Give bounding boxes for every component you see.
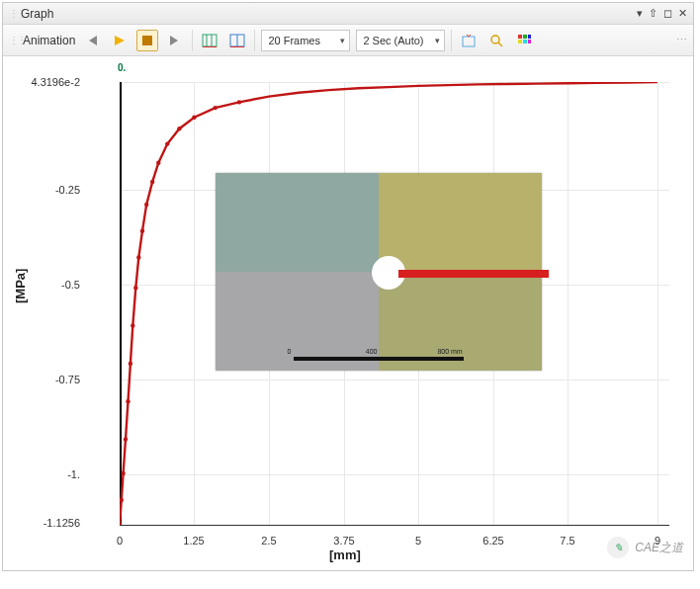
svg-rect-11: [518, 35, 522, 39]
svg-rect-15: [523, 40, 527, 43]
watermark: ✎ CAE之道: [607, 537, 683, 558]
time-select[interactable]: 2 Sec (Auto): [356, 30, 445, 51]
animation-toolbar: ⋮⋮ Animation 20 Frames 2 Sec (Auto) ⋯: [3, 25, 693, 56]
svg-point-20: [124, 437, 128, 441]
svg-point-29: [156, 161, 160, 165]
scale-bar: [294, 357, 464, 361]
panel-title: Graph: [21, 7, 53, 21]
svg-line-10: [498, 42, 502, 46]
x-axis: [120, 525, 669, 526]
animation-label: Animation: [23, 34, 75, 47]
scale-tick: 800 mm: [437, 348, 462, 355]
stop-button[interactable]: [136, 30, 158, 51]
series-legend-0: 0.: [118, 62, 126, 73]
scale-tick: 400: [366, 348, 378, 355]
xtick: 6.25: [474, 535, 513, 547]
xtick: 1.25: [174, 535, 214, 547]
xtick: 7.5: [548, 535, 587, 547]
panel-menu-dropdown[interactable]: ▾: [637, 7, 643, 20]
svg-rect-0: [142, 36, 152, 45]
crack-feature: [398, 270, 549, 278]
xtick: 5: [398, 535, 438, 547]
svg-point-26: [140, 229, 144, 233]
model-inset: 0 400 800 mm: [216, 173, 542, 371]
ytick: -0.25: [21, 184, 80, 196]
xtick: 3.75: [324, 535, 364, 547]
svg-point-21: [126, 399, 130, 403]
graph-panel: ⋮⋮ Graph ▾ ⇧ ◻ ✕ ⋮⋮ Animation 20 Frames …: [2, 2, 694, 571]
zoom-button[interactable]: [485, 30, 507, 51]
svg-rect-1: [203, 35, 217, 46]
svg-point-17: [120, 523, 122, 525]
grip-icon: ⋮⋮: [9, 35, 17, 45]
xtick: 0: [100, 535, 139, 547]
svg-rect-7: [230, 46, 244, 47]
plot-area: 0. 4.3196e-2 -0.25 -0.5 -0.75 -1. -1.125…: [3, 56, 693, 570]
svg-point-23: [131, 323, 134, 327]
export-button[interactable]: [458, 30, 480, 51]
svg-point-22: [129, 362, 132, 366]
distributed-mode-button[interactable]: [199, 30, 220, 51]
ytick: -1.: [21, 468, 80, 480]
cycle-mode-button[interactable]: [226, 30, 248, 51]
svg-point-32: [192, 116, 196, 120]
popout-icon[interactable]: ◻: [663, 7, 672, 20]
ytick: -0.5: [21, 279, 80, 291]
ytick: -1.1256: [21, 517, 80, 529]
svg-rect-16: [528, 40, 531, 43]
svg-point-27: [144, 203, 148, 207]
svg-rect-14: [518, 40, 522, 43]
last-frame-button[interactable]: [164, 30, 186, 51]
palette-button[interactable]: [513, 30, 535, 51]
svg-point-25: [136, 255, 140, 259]
svg-point-28: [150, 180, 154, 184]
svg-rect-8: [463, 37, 475, 46]
play-button[interactable]: [109, 30, 131, 51]
svg-point-24: [133, 286, 137, 290]
scale-tick: 0: [288, 348, 292, 355]
y-axis-label: [MPa]: [13, 269, 28, 303]
close-icon[interactable]: ✕: [678, 7, 687, 20]
watermark-icon: ✎: [607, 537, 629, 558]
svg-rect-4: [203, 46, 217, 47]
xtick: 2.5: [249, 535, 289, 547]
pin-icon[interactable]: ⇧: [649, 7, 657, 20]
svg-point-34: [237, 100, 241, 104]
svg-rect-13: [528, 35, 531, 39]
svg-point-9: [491, 36, 499, 43]
frames-select[interactable]: 20 Frames: [261, 30, 350, 51]
svg-rect-12: [523, 35, 527, 39]
svg-point-33: [214, 106, 218, 110]
x-axis-label: [mm]: [329, 547, 361, 562]
title-bar: ⋮⋮ Graph ▾ ⇧ ◻ ✕: [3, 3, 693, 25]
watermark-text: CAE之道: [635, 540, 683, 556]
ytick: -0.75: [21, 374, 80, 385]
ytick: 4.3196e-2: [21, 76, 80, 88]
grip-icon: ⋮⋮: [9, 8, 17, 19]
first-frame-button[interactable]: [81, 30, 103, 51]
svg-point-19: [121, 471, 125, 475]
svg-point-18: [120, 498, 124, 502]
svg-point-31: [177, 126, 181, 130]
toolbar-overflow-icon[interactable]: ⋯: [676, 34, 687, 46]
svg-point-30: [165, 141, 169, 145]
